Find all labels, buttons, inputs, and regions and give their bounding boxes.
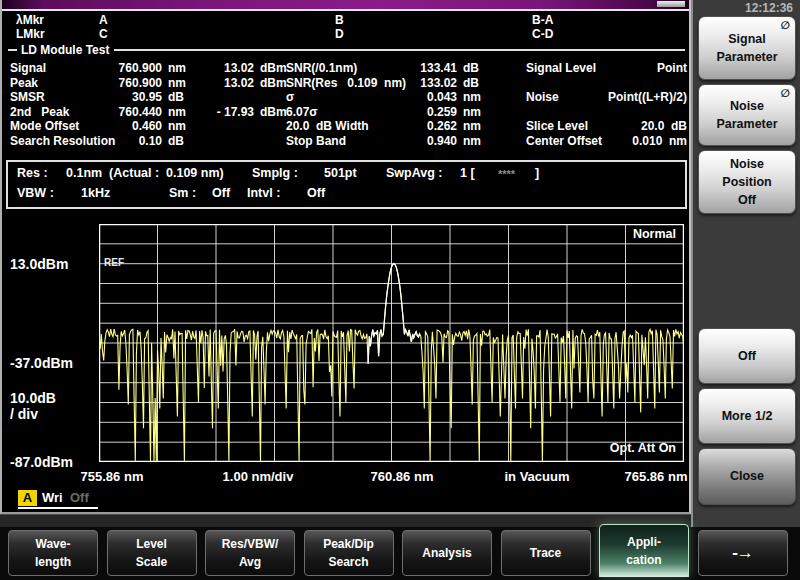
function-key-more-arrow[interactable]: -→ [698,530,788,576]
function-key-label: length [35,553,71,571]
res-label: Res : [17,166,48,180]
section-header: LD Module Test [8,43,685,57]
marker-d: D [335,27,344,41]
measurement-cell: 0.010 nm [560,134,687,148]
trace-state-label: Off [70,490,89,505]
measurement-cell: - 17.93 [174,105,254,119]
measurement-cell: 6.07σ [286,105,318,119]
softkey-noise-parameter[interactable]: NoiseParameter∅ [698,84,796,146]
softkey-more-1-2[interactable]: More 1/2 [698,388,796,444]
swpavg-label: SwpAvg : [386,166,442,180]
knob-icon: ∅ [781,18,790,34]
marker-a: A [99,13,108,27]
function-key-label: Scale [136,553,167,571]
measurement-cell: 760.440 [62,105,162,119]
spectrum-trace-svg [99,224,684,462]
y-axis-scale-label: / div [10,406,38,422]
function-key-trace[interactable]: Trace [501,530,591,576]
x-axis-center-label: 760.86 nm [371,469,434,484]
measurement-cell: 760.900 [62,76,162,90]
measurement-cell: 133.02 [382,76,457,90]
measurement-row: 2nd Peak760.440nm- 17.93dBm6.07σ0.259nm [2,105,693,120]
measurement-cell: dB [463,61,479,75]
function-key-analysis[interactable]: Analysis [402,530,492,576]
swpavg-value: 1 [ [460,166,475,180]
function-key-label: Avg [239,553,261,571]
function-key-res-vbw-avg[interactable]: Res/VBW/Avg [205,530,295,576]
measurement-cell: 20.0 dB Width [286,119,369,133]
function-key-application[interactable]: Appli-cation [599,524,689,577]
measurement-cell: 13.02 [174,61,254,75]
measurement-cell: σ [286,90,294,104]
softkey-panel: 12:12:36 SignalParameter∅NoiseParameter∅… [691,0,800,527]
softkey-label: Parameter [716,115,777,133]
y-axis-bottom-label: -87.0dBm [10,454,73,470]
function-key-label: Appli- [627,533,661,551]
y-axis-ref-label: 13.0dBm [10,256,68,272]
measurement-cell: Noise [526,90,559,104]
measurement-cell: 0.940 [382,134,457,148]
measurement-cell: SNR(/0.1nm) [286,61,357,75]
res-value: 0.1nm (Actual : 0.109 nm) [66,166,224,180]
measurement-row: Search Resolution0.10dBStop Band0.940nmC… [2,134,693,149]
measurement-cell: dB [168,90,184,104]
measurement-cell: 2nd Peak [10,105,69,119]
swpavg-bracket: ] [535,166,539,180]
trace-underline [18,507,98,509]
vbw-value: 1kHz [81,186,110,200]
rule [8,49,17,51]
measurement-row: Signal760.900nm13.02dBmSNR(/0.1nm)133.41… [2,61,693,76]
y-axis-mid-label: -37.0dBm [10,355,73,371]
function-key-label: Trace [530,544,561,562]
bezel-strip [0,514,691,528]
softkey-label: Signal [728,30,766,48]
measurement-cell: SMSR [10,90,45,104]
intvl-value: Off [307,186,325,200]
x-axis-start-label: 755.86 nm [81,469,144,484]
measurement-table: Signal760.900nm13.02dBmSNR(/0.1nm)133.41… [2,61,693,149]
trace-a-badge: A [18,490,37,506]
measurement-row: SMSR30.95dBσ0.043nmNoisePoint((L+R)/2) [2,90,693,105]
measurement-cell: 760.900 [62,61,162,75]
measurement-cell: Point((L+R)/2) [560,90,687,104]
trace-write-label: Wri [42,490,63,505]
measurement-cell: dBm [260,61,287,75]
measurement-cell: 0.043 [382,90,457,104]
measurement-cell: Peak [10,76,38,90]
measurement-cell: dB [168,134,184,148]
softkey-label: Close [730,467,764,485]
function-key-label: Analysis [422,544,471,562]
y-axis-scale-label: 10.0dB [10,390,56,406]
measurement-cell: 20.0 dB [560,119,687,133]
function-key-label: Level [136,535,167,553]
osa-screen: λMkr A B B-A LMkr C D C-D LD Module Test… [0,0,800,580]
trace-mode-label: Normal [633,227,676,241]
function-key-label: Res/VBW/ [222,535,279,553]
measurement-cell: nm [463,105,481,119]
softkey-off[interactable]: Off [698,328,796,384]
marker-label: LMkr [16,27,45,41]
x-axis-div-label: 1.00 nm/div [223,469,294,484]
softkey-signal-parameter[interactable]: SignalParameter∅ [698,16,796,80]
measurement-row: Peak760.900nm13.02dBmSNR(Res 0.109 nm)13… [2,76,693,91]
vbw-label: VBW : [17,186,54,200]
intvl-label: Intvl : [247,186,280,200]
function-key-label: Search [328,553,368,571]
function-key-level-scale[interactable]: LevelScale [107,530,197,576]
function-key-peak-dip-search[interactable]: Peak/DipSearch [304,530,394,576]
measurement-cell: 30.95 [62,90,162,104]
ref-line-label: REF [104,257,124,268]
measurement-row: Mode Offset0.460nm20.0 dB Width0.262nmSl… [2,119,693,134]
marker-row-level: LMkr C D C-D [2,27,689,40]
function-key-wavelength[interactable]: Wave-length [8,530,98,576]
function-key-bar: Wave-lengthLevelScaleRes/VBW/AvgPeak/Dip… [0,527,800,580]
softkey-noise-position-off[interactable]: NoisePositionOff [698,150,796,214]
measurement-cell: 13.02 [174,76,254,90]
marker-b-a: B-A [532,13,553,27]
softkey-label: More 1/2 [722,407,773,425]
display-area: λMkr A B B-A LMkr C D C-D LD Module Test… [0,0,691,514]
measurement-cell: 0.10 [62,134,162,148]
measurement-cell: dBm [260,105,287,119]
softkey-close[interactable]: Close [698,448,796,505]
measurement-cell: Signal [10,61,46,75]
